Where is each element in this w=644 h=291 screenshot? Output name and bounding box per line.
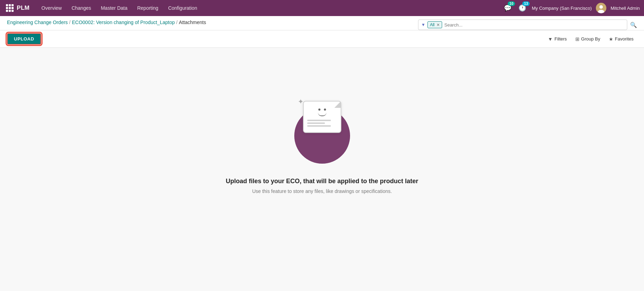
- group-by-button[interactable]: ⊞ Group By: [572, 35, 604, 44]
- group-by-icon: ⊞: [575, 36, 579, 42]
- doc-smile: [318, 113, 326, 116]
- sparkle-icon: ✦: [298, 97, 304, 106]
- filter-icon: ▼: [421, 22, 425, 27]
- empty-state-subtitle: Use this feature to store any files, lik…: [252, 188, 392, 194]
- main-content: ✦ Upload files to your ECO, that will be…: [0, 48, 644, 243]
- group-by-label: Group By: [581, 36, 600, 42]
- nav-overview[interactable]: Overview: [37, 0, 67, 16]
- doc-fold: [334, 102, 341, 108]
- filters-label: Filters: [554, 36, 567, 42]
- user-name[interactable]: Mitchell Admin: [611, 6, 640, 11]
- favorites-button[interactable]: ★ Favorites: [605, 35, 637, 44]
- breadcrumb-sep-1: /: [69, 20, 70, 25]
- nav-menu: Overview Changes Master Data Reporting C…: [37, 0, 502, 16]
- breadcrumb-root[interactable]: Engineering Change Orders: [7, 20, 68, 25]
- doc-lines: [307, 120, 337, 127]
- nav-master-data[interactable]: Master Data: [96, 0, 132, 16]
- app-brand[interactable]: PLM: [17, 5, 30, 12]
- doc-line-2: [307, 122, 325, 124]
- company-name[interactable]: My Company (San Francisco): [532, 6, 592, 11]
- nav-configuration[interactable]: Configuration: [163, 0, 202, 16]
- svg-point-1: [599, 5, 603, 9]
- star-icon: ★: [609, 36, 613, 42]
- search-input[interactable]: [444, 22, 624, 28]
- favorites-label: Favorites: [615, 36, 634, 42]
- breadcrumb: Engineering Change Orders / ECO0002: Ver…: [7, 20, 206, 25]
- document-card: [303, 101, 341, 133]
- activities-wrap[interactable]: 🕐 13: [517, 3, 528, 13]
- doc-line-1: [307, 120, 331, 121]
- filter-tag-label: All: [430, 22, 434, 27]
- toolbar-right: ▼ Filters ⊞ Group By ★ Favorites: [544, 35, 637, 44]
- doc-face: [307, 109, 337, 111]
- navbar-right: 💬 10 🕐 13 My Company (San Francisco) Mit…: [502, 3, 640, 13]
- doc-eye-left: [318, 109, 320, 111]
- notifications-wrap[interactable]: 💬 10: [502, 3, 513, 13]
- nav-changes[interactable]: Changes: [67, 0, 96, 16]
- user-avatar[interactable]: [596, 3, 606, 13]
- activities-badge: 13: [522, 1, 530, 6]
- filter-tag-remove[interactable]: ✕: [437, 23, 440, 27]
- empty-illustration: ✦: [287, 97, 357, 167]
- navbar: PLM Overview Changes Master Data Reporti…: [0, 0, 644, 16]
- breadcrumb-eco-link[interactable]: ECO0002: Version changing of Product_Lap…: [72, 20, 175, 25]
- toolbar: UPLOAD ▼ Filters ⊞ Group By ★ Favorites: [0, 30, 644, 48]
- breadcrumb-bar: Engineering Change Orders / ECO0002: Ver…: [0, 16, 644, 30]
- toolbar-left: UPLOAD: [7, 33, 41, 45]
- filters-button[interactable]: ▼ Filters: [544, 35, 570, 44]
- doc-line-3: [307, 125, 331, 127]
- search-submit-icon[interactable]: 🔍: [630, 22, 637, 28]
- filter-funnel-icon: ▼: [548, 36, 553, 42]
- breadcrumb-sep-2: /: [176, 20, 177, 25]
- grid-menu-icon[interactable]: [4, 2, 15, 14]
- breadcrumb-current: Attachments: [179, 20, 206, 25]
- upload-button[interactable]: UPLOAD: [7, 33, 41, 45]
- empty-state-title: Upload files to your ECO, that will be a…: [226, 178, 418, 185]
- notifications-badge: 10: [508, 1, 515, 6]
- doc-eye-right: [324, 109, 326, 111]
- filter-tag-all[interactable]: All ✕: [427, 21, 442, 28]
- nav-reporting[interactable]: Reporting: [132, 0, 163, 16]
- search-bar: ▼ All ✕: [418, 20, 627, 30]
